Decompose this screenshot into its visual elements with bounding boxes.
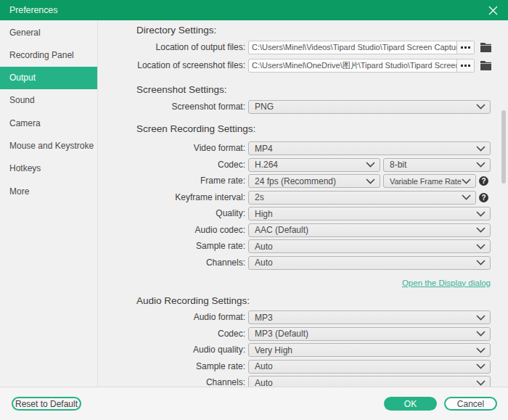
screenshot-settings-heading: Screenshot Settings:: [136, 83, 491, 97]
sidebar: General Recording Panel Output Sound Cam…: [0, 20, 98, 387]
reset-to-default-button[interactable]: Reset to Default: [12, 397, 81, 411]
audio-codec-dropdown[interactable]: AAC (Default): [248, 223, 491, 237]
codec-row: Codec: H.264 8-bit: [136, 158, 491, 172]
ellipsis-icon: [461, 65, 470, 67]
window-title: Preferences: [0, 5, 57, 15]
channels-label: Channels:: [136, 256, 245, 270]
audio-sample-rate-label: Sample rate:: [136, 360, 245, 374]
output-files-path-field[interactable]: C:\Users\Minel\Videos\Tipard Studio\Tipa…: [249, 41, 456, 54]
video-format-dropdown[interactable]: MP4: [248, 141, 491, 155]
quality-dropdown[interactable]: High: [248, 207, 491, 221]
sidebar-item-camera[interactable]: Camera: [0, 112, 97, 135]
keyframe-interval-help-icon[interactable]: ?: [479, 193, 488, 202]
chevron-down-icon: [476, 146, 486, 152]
channels-row: Channels: Auto: [136, 256, 491, 270]
screen-recording-settings-heading: Screen Recording Settings:: [136, 122, 491, 136]
chevron-down-icon: [476, 244, 486, 250]
screenshot-format-dropdown[interactable]: PNG: [248, 100, 491, 114]
open-display-dialog-link[interactable]: Open the Display dialog: [402, 279, 491, 287]
output-files-label: Location of output files:: [136, 41, 245, 54]
chevron-down-icon: [366, 178, 375, 184]
audio-sample-rate-row: Sample rate: Auto: [136, 360, 491, 374]
frame-rate-label: Frame rate:: [136, 174, 245, 188]
screenshot-files-row: Location of screenshot files: C:\Users\M…: [136, 59, 491, 73]
chevron-down-icon: [476, 363, 486, 369]
titlebar: Preferences: [0, 0, 508, 20]
audio-quality-row: Audio quality: Very High: [136, 343, 491, 357]
frame-rate-row: Frame rate: 24 fps (Recommend) Variable …: [136, 174, 491, 188]
chevron-down-icon: [476, 227, 486, 233]
sidebar-item-mouse-and-keystroke[interactable]: Mouse and Keystroke: [0, 135, 97, 157]
screenshot-format-row: Screenshot format: PNG: [136, 100, 491, 114]
sidebar-item-sound[interactable]: Sound: [0, 89, 97, 112]
quality-label: Quality:: [136, 207, 245, 221]
keyframe-interval-label: Keyframe interval:: [136, 191, 245, 205]
audio-channels-row: Channels: Auto: [136, 376, 491, 387]
audio-quality-label: Audio quality:: [136, 343, 245, 357]
frame-rate-dropdown[interactable]: 24 fps (Recommend): [248, 174, 380, 188]
audio-quality-dropdown[interactable]: Very High: [248, 343, 491, 357]
chevron-down-icon: [476, 104, 486, 110]
audio-codec2-dropdown[interactable]: MP3 (Default): [248, 327, 491, 341]
sidebar-item-more[interactable]: More: [0, 181, 97, 203]
sidebar-item-hotkeys[interactable]: Hotkeys: [0, 157, 97, 180]
audio-codec-row: Audio codec: AAC (Default): [136, 223, 491, 237]
codec-dropdown[interactable]: H.264: [248, 158, 380, 172]
close-button[interactable]: [485, 2, 501, 18]
audio-channels-label: Channels:: [136, 376, 245, 387]
audio-format-row: Audio format: MP3: [136, 310, 491, 324]
vertical-scrollbar-thumb[interactable]: [501, 110, 506, 184]
output-files-open-folder-button[interactable]: [480, 41, 491, 54]
display-dialog-link-row: Open the Display dialog: [136, 276, 491, 287]
sidebar-item-recording-panel[interactable]: Recording Panel: [0, 44, 97, 67]
sample-rate-row: Sample rate: Auto: [136, 239, 491, 253]
screenshot-format-label: Screenshot format:: [136, 100, 245, 114]
output-settings-panel: Directory Settings: Location of output f…: [99, 20, 508, 387]
ellipsis-icon: [461, 46, 470, 49]
footer-bar: Reset to Default OK Cancel: [0, 387, 508, 420]
sample-rate-label: Sample rate:: [136, 239, 245, 253]
audio-format-dropdown[interactable]: MP3: [248, 310, 491, 324]
screenshot-files-label: Location of screenshot files:: [136, 59, 245, 73]
output-files-browse-button[interactable]: [456, 41, 474, 54]
audio-codec2-row: Codec: MP3 (Default): [136, 327, 491, 341]
keyframe-interval-row: Keyframe interval: 2s ?: [136, 191, 491, 205]
video-format-row: Video format: MP4: [136, 141, 491, 155]
ok-button[interactable]: OK: [384, 397, 437, 411]
audio-sample-rate-dropdown[interactable]: Auto: [248, 360, 491, 374]
output-files-row: Location of output files: C:\Users\Minel…: [136, 41, 491, 54]
bit-depth-dropdown[interactable]: 8-bit: [383, 158, 491, 172]
directory-settings-heading: Directory Settings:: [136, 23, 491, 38]
chevron-down-icon: [476, 331, 486, 337]
codec-label: Codec:: [136, 158, 245, 172]
chevron-down-icon: [476, 211, 486, 217]
folder-icon: [480, 61, 491, 70]
channels-dropdown[interactable]: Auto: [248, 256, 491, 270]
sidebar-item-output[interactable]: Output: [0, 67, 97, 89]
chevron-down-icon: [462, 194, 471, 200]
chevron-down-icon: [366, 162, 375, 168]
audio-channels-dropdown[interactable]: Auto: [248, 376, 491, 387]
chevron-down-icon: [476, 380, 486, 386]
close-icon: [488, 6, 498, 15]
keyframe-interval-dropdown[interactable]: 2s: [248, 191, 476, 205]
folder-icon: [480, 43, 491, 52]
frame-rate-mode-dropdown[interactable]: Variable Frame Rate: [383, 174, 476, 188]
screenshot-files-path-field[interactable]: C:\Users\Minel\OneDrive\图片\Tipard Studio…: [249, 59, 456, 72]
quality-row: Quality: High: [136, 207, 491, 221]
screenshot-files-open-folder-button[interactable]: [480, 59, 491, 73]
chevron-down-icon: [462, 178, 471, 184]
screenshot-files-browse-button[interactable]: [456, 59, 474, 72]
audio-format-label: Audio format:: [136, 310, 245, 324]
sidebar-item-general[interactable]: General: [0, 22, 97, 44]
chevron-down-icon: [476, 315, 486, 321]
sample-rate-dropdown[interactable]: Auto: [248, 239, 491, 253]
frame-rate-help-icon[interactable]: ?: [479, 176, 488, 186]
audio-codec-label: Audio codec:: [136, 223, 245, 237]
audio-recording-settings-heading: Audio Recording Settings:: [136, 294, 491, 308]
cancel-button[interactable]: Cancel: [444, 397, 497, 411]
chevron-down-icon: [476, 347, 486, 353]
output-files-pathgroup: C:\Users\Minel\Videos\Tipard Studio\Tipa…: [248, 41, 475, 54]
audio-codec2-label: Codec:: [136, 327, 245, 341]
screenshot-files-pathgroup: C:\Users\Minel\OneDrive\图片\Tipard Studio…: [248, 59, 475, 73]
